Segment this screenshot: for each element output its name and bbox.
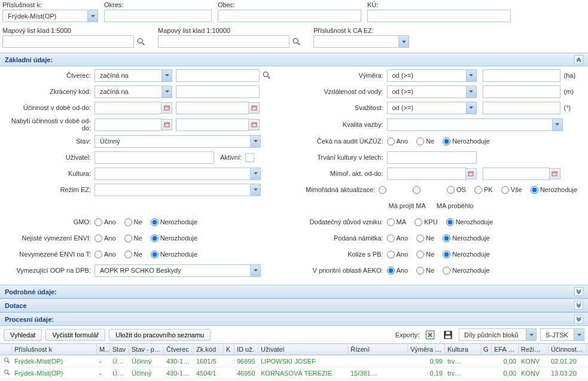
podana-radio-group: Ano Ne Nerozhoduje bbox=[387, 234, 496, 242]
svg-rect-6 bbox=[164, 106, 169, 110]
chevron-down-icon[interactable] bbox=[466, 70, 476, 81]
kolize-label: Kolize s PB: bbox=[294, 251, 387, 258]
ucinnost-od-input[interactable] bbox=[95, 102, 162, 114]
panel-dotace-header[interactable]: Dotace bbox=[0, 298, 588, 312]
mapklad10-input[interactable] bbox=[158, 35, 290, 48]
ku-input[interactable] bbox=[367, 10, 511, 22]
calendar-icon[interactable] bbox=[249, 102, 260, 114]
mapklad5-input[interactable] bbox=[2, 35, 134, 48]
chevron-down-icon[interactable] bbox=[466, 86, 476, 97]
search-icon[interactable] bbox=[2, 357, 12, 364]
calendar-icon[interactable] bbox=[249, 119, 260, 130]
rezimez-combo[interactable] bbox=[95, 184, 261, 196]
mapklad5-label: Mapový list klad 1:5000 bbox=[2, 27, 152, 34]
nejiste-radio-group: Ano Ne Nerozhoduje bbox=[95, 234, 203, 242]
table-row[interactable]: Frýdek-Míst(OP)-Úči…Účinný430-1…1601/596… bbox=[0, 355, 588, 367]
chevron-down-icon[interactable] bbox=[87, 10, 98, 22]
panel-procesni-header[interactable]: Procesní údaje: bbox=[0, 312, 588, 326]
chevron-down-icon[interactable] bbox=[250, 265, 260, 276]
ku-label: KÚ: bbox=[367, 1, 511, 8]
nabyti-od-input[interactable] bbox=[95, 118, 162, 131]
chevron-down-icon[interactable] bbox=[574, 301, 583, 310]
ulozit-button[interactable]: Uložit do pracovního seznamu bbox=[109, 329, 211, 341]
obec-input[interactable] bbox=[218, 10, 361, 22]
chevron-down-icon[interactable] bbox=[398, 36, 409, 47]
excel-icon[interactable] bbox=[425, 330, 435, 340]
chevron-up-icon[interactable] bbox=[574, 55, 583, 64]
dodatecny-label: Dodatečný důvod vzniku: bbox=[294, 218, 387, 225]
aktivni-checkbox[interactable] bbox=[245, 153, 254, 162]
vprioritni-label: V prioritní oblasti AEKO: bbox=[294, 267, 387, 274]
uzivatel-label: Uživatel: bbox=[5, 154, 95, 161]
calendar-icon[interactable] bbox=[162, 119, 172, 130]
save-icon[interactable] bbox=[443, 330, 453, 340]
kultura-combo[interactable] bbox=[95, 167, 261, 180]
search-icon[interactable] bbox=[292, 37, 301, 47]
ucinnost-label: Účinnost v době od-do: bbox=[5, 104, 95, 111]
nejiste-label: Nejisté vymezení ENVI: bbox=[5, 234, 95, 242]
vymera-op-combo[interactable]: od (>=) bbox=[387, 69, 477, 82]
obec-label: Obec: bbox=[218, 1, 361, 8]
dily-combo[interactable]: Díly půdních bloků bbox=[459, 328, 537, 341]
svazitost-input[interactable] bbox=[483, 102, 560, 114]
trvani-label: Trvání kultury v letech: bbox=[294, 154, 387, 161]
search-icon[interactable] bbox=[262, 71, 272, 80]
chevron-down-icon[interactable] bbox=[466, 102, 476, 114]
maprojit-label: Má projít MA bbox=[389, 202, 426, 209]
ctverec-label: Čtverec: bbox=[5, 72, 95, 79]
search-icon[interactable] bbox=[136, 37, 146, 47]
chevron-down-icon[interactable] bbox=[250, 168, 260, 179]
stav-combo[interactable]: Účinný bbox=[95, 135, 261, 148]
kvalita-combo[interactable] bbox=[387, 118, 563, 131]
ucinnost-do-input[interactable] bbox=[176, 102, 249, 114]
vymera-input[interactable] bbox=[483, 69, 560, 82]
calendar-icon[interactable] bbox=[162, 102, 172, 114]
uzivatel-input[interactable] bbox=[95, 151, 214, 164]
chevron-down-icon[interactable] bbox=[250, 136, 260, 147]
vymezujici-combo[interactable]: AOPK RP SCHKO Beskydy bbox=[95, 264, 261, 277]
chevron-down-icon[interactable] bbox=[526, 329, 536, 340]
zkraceny-op-combo[interactable]: začíná na bbox=[95, 86, 172, 98]
mimorakt2-radio-group: OS PK Vše Nerozhoduje bbox=[379, 186, 583, 194]
vzdalenost-input[interactable] bbox=[483, 86, 560, 98]
podana-label: Podaná námitka: bbox=[294, 234, 387, 242]
panel-podrobne-header[interactable]: Podrobné údaje: bbox=[0, 285, 588, 298]
chevron-down-icon[interactable] bbox=[552, 119, 562, 130]
calendar-icon[interactable] bbox=[550, 168, 560, 179]
chevron-down-icon[interactable] bbox=[162, 70, 172, 81]
zkraceny-input[interactable] bbox=[176, 86, 260, 98]
table-row[interactable]: Frýdek-Míst(OP)-Úči…Účinný430-1…4504/146… bbox=[0, 367, 588, 379]
svg-rect-20 bbox=[446, 336, 451, 339]
zkraceny-label: Zkrácený kód: bbox=[5, 88, 95, 95]
vzdalenost-op-combo[interactable]: od (>=) bbox=[387, 86, 477, 98]
svg-point-2 bbox=[293, 38, 298, 43]
kultura-label: Kultura: bbox=[5, 170, 95, 177]
nabyti-do-input[interactable] bbox=[176, 118, 249, 131]
mimorakt-od-input[interactable] bbox=[387, 167, 466, 180]
ctverec-op-combo[interactable]: začíná na bbox=[95, 69, 172, 82]
mimorakt-do-input[interactable] bbox=[483, 167, 550, 180]
panel-zakladni-header[interactable]: Základní údaje: bbox=[0, 53, 588, 66]
okres-input[interactable] bbox=[104, 10, 212, 22]
cekaaudit-label: Čeká na audit ÚKZÚZ: bbox=[294, 138, 387, 145]
prislusnost-combo[interactable]: Frýdek-Míst(OP) bbox=[2, 10, 98, 22]
chevron-down-icon[interactable] bbox=[574, 329, 584, 340]
chevron-down-icon[interactable] bbox=[574, 315, 583, 324]
cekaaudit-radio-group: Ano Ne Nerozhoduje bbox=[387, 138, 496, 145]
vprioritni-radio-group: Ano Ne Nerozhoduje bbox=[387, 267, 496, 275]
chevron-down-icon[interactable] bbox=[574, 287, 583, 296]
svazitost-op-combo[interactable]: od (>=) bbox=[387, 102, 477, 114]
vycistit-button[interactable]: Vyčistit formulář bbox=[45, 329, 105, 341]
trvani-input[interactable] bbox=[387, 151, 477, 164]
caez-label: Příslušnost k CA EZ: bbox=[313, 27, 409, 34]
ctverec-input[interactable] bbox=[176, 69, 260, 82]
caez-combo[interactable] bbox=[313, 35, 409, 48]
chevron-down-icon[interactable] bbox=[250, 184, 260, 196]
svg-point-22 bbox=[5, 358, 8, 361]
search-icon[interactable] bbox=[2, 369, 12, 376]
gmo-radio-group: Ano Ne Nerozhoduje bbox=[95, 218, 203, 226]
vyhledat-button[interactable]: Vyhledat bbox=[4, 329, 42, 341]
calendar-icon[interactable] bbox=[466, 168, 477, 179]
chevron-down-icon[interactable] bbox=[162, 86, 172, 97]
sjtsk-combo[interactable]: S-JTSK bbox=[540, 328, 584, 341]
